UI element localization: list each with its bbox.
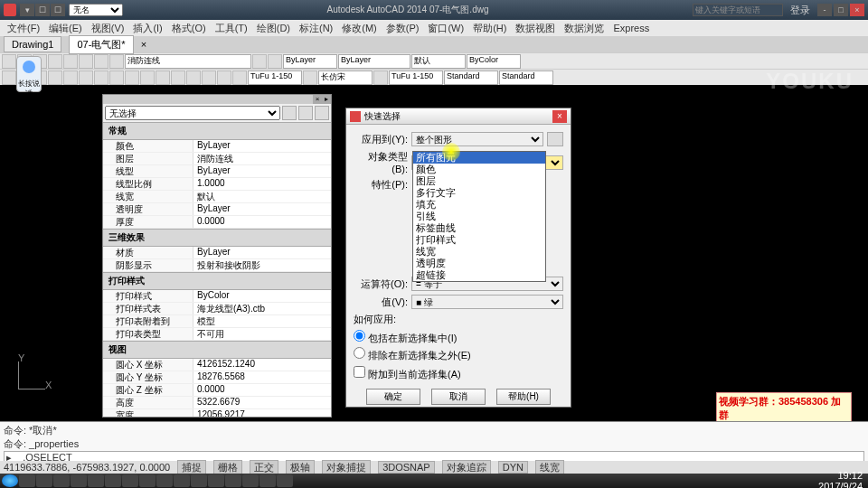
tab-close-icon[interactable]: × [141, 39, 146, 50]
palette-pin-icon[interactable]: ▸ [322, 95, 331, 104]
menu-express[interactable]: Express [609, 23, 653, 33]
prop-row[interactable]: 材质ByLayer [103, 247, 331, 259]
toolbar-button[interactable] [48, 70, 62, 85]
prop-row[interactable]: 打印样式表海龙线型(A3).ctb [103, 303, 331, 315]
prop-section-header[interactable]: 打印样式 [103, 272, 331, 290]
dropdown-item[interactable]: 图层 [413, 175, 545, 187]
toolbar-button[interactable] [140, 70, 155, 85]
voice-input[interactable]: 长按说话 [16, 56, 42, 92]
prop-value[interactable]: 消防连线 [193, 153, 331, 164]
prop-row[interactable]: 圆心 X 坐标4126152.1240 [103, 359, 331, 371]
toolbar-button[interactable] [268, 54, 282, 69]
start-button[interactable] [2, 474, 18, 487]
status-toggle[interactable]: 线宽 [535, 460, 564, 475]
doc-tab[interactable]: Drawing1 [4, 36, 61, 52]
taskbar-icon[interactable] [277, 474, 293, 487]
taskbar-icon[interactable] [225, 474, 241, 487]
palette-close-icon[interactable]: × [313, 95, 322, 104]
qat-button[interactable]: ☐ [51, 4, 65, 16]
taskbar-icon[interactable] [208, 474, 224, 487]
prop-value[interactable]: 模型 [193, 315, 331, 327]
prop-value[interactable]: 1.0000 [193, 178, 331, 190]
lineweight-combo[interactable]: 默认 [411, 54, 466, 69]
status-toggle[interactable]: 对象追踪 [442, 460, 491, 475]
menu-help[interactable]: 帮助(H) [469, 22, 510, 35]
prop-value[interactable]: 12056.9217 [193, 409, 331, 417]
layer-combo[interactable]: 消防连线 [125, 54, 251, 69]
taskbar-icon[interactable] [88, 474, 104, 487]
status-toggle[interactable]: 栅格 [213, 460, 242, 475]
dimstyle-combo[interactable]: 长仿宋 [318, 70, 373, 85]
menu-format[interactable]: 格式(O) [168, 22, 210, 35]
font-combo[interactable]: TuFu 1-150 [248, 70, 302, 85]
taskbar-icon[interactable] [122, 474, 138, 487]
prop-value[interactable]: 5322.6679 [193, 397, 331, 408]
menu-draw[interactable]: 绘图(D) [253, 22, 294, 35]
toolbar-button[interactable] [125, 70, 139, 85]
prop-row[interactable]: 圆心 Z 坐标0.0000 [103, 384, 331, 397]
color-combo[interactable]: ByLayer [283, 54, 337, 69]
taskbar-icon[interactable] [259, 474, 276, 487]
taskbar-icon[interactable] [19, 474, 35, 487]
dropdown-item[interactable]: 标签曲线 [413, 222, 545, 234]
prop-value[interactable]: 海龙线型(A3).ctb [193, 303, 331, 314]
user-menu[interactable]: 登录 [790, 4, 810, 17]
toolbar-button[interactable] [217, 70, 231, 85]
standard-combo[interactable]: Standard [444, 70, 498, 85]
prop-value[interactable]: 投射和接收阴影 [193, 259, 331, 271]
prop-value[interactable]: 默认 [193, 191, 331, 202]
prop-row[interactable]: 线型ByLayer [103, 165, 331, 178]
prop-value[interactable]: ByLayer [193, 247, 331, 258]
prop-row[interactable]: 颜色ByLayer [103, 140, 331, 153]
toolbar-button[interactable] [94, 54, 108, 69]
taskbar-icon[interactable] [191, 474, 207, 487]
cancel-button[interactable]: 取消 [431, 389, 486, 405]
prop-value[interactable]: ByLayer [193, 165, 331, 177]
status-toggle[interactable]: 捕捉 [177, 460, 206, 475]
menu-insert[interactable]: 插入(I) [129, 22, 165, 35]
menu-edit[interactable]: 编辑(E) [45, 22, 86, 35]
command-line[interactable]: 命令: *取消* 命令: _properties ▸ _ .QSELECT [0, 421, 868, 461]
pickset-button[interactable] [298, 106, 313, 120]
toolbar-button[interactable] [109, 70, 124, 85]
qat-button[interactable]: ▾ [20, 4, 34, 16]
taskbar-icon[interactable] [36, 474, 52, 487]
dialog-close-icon[interactable]: × [552, 110, 567, 123]
toolbar-button[interactable] [171, 70, 185, 85]
prop-value[interactable]: 不可用 [193, 328, 331, 340]
prop-row[interactable]: 宽度12056.9217 [103, 409, 331, 417]
taskbar-icon[interactable] [139, 474, 156, 487]
standard-combo[interactable]: Standard [499, 70, 553, 85]
prop-row[interactable]: 打印表附着到模型 [103, 315, 331, 328]
system-clock[interactable]: 19:12 2017/9/24 [818, 470, 866, 488]
taskbar-icon[interactable] [156, 474, 173, 487]
help-button[interactable]: 帮助(H) [496, 389, 551, 405]
objtype-dropdown-list[interactable]: 所有图元 颜色 图层 多行文字 填充 引线 标签曲线 打印样式 线宽 透明度 超… [412, 151, 546, 282]
prop-row[interactable]: 打印表类型不可用 [103, 328, 331, 341]
menu-view[interactable]: 视图(V) [88, 22, 128, 35]
status-toggle[interactable]: 对象捕捉 [322, 460, 371, 475]
prop-value[interactable]: ByLayer [193, 203, 331, 215]
menu-databrowse[interactable]: 数据浏览 [561, 22, 608, 35]
prop-row[interactable]: 阴影显示投射和接收阴影 [103, 259, 331, 272]
close-button[interactable]: × [850, 4, 864, 16]
toolbar-button[interactable] [373, 70, 388, 85]
prop-row[interactable]: 透明度ByLayer [103, 203, 331, 216]
dropdown-item[interactable]: 引线 [413, 211, 545, 222]
menu-tools[interactable]: 工具(T) [212, 22, 251, 35]
prop-row[interactable]: 打印样式ByColor [103, 290, 331, 303]
status-toggle[interactable]: DYN [498, 461, 528, 474]
toolbar-button[interactable] [303, 70, 317, 85]
dropdown-item[interactable]: 超链接 [413, 269, 545, 281]
help-search[interactable]: 键入关键字或短语 [693, 4, 783, 16]
toolbar-button[interactable] [156, 70, 170, 85]
taskbar-icon[interactable] [174, 474, 190, 487]
dropdown-item[interactable]: 填充 [413, 199, 545, 211]
status-toggle[interactable]: 3DOSNAP [378, 461, 435, 474]
toolbar-button[interactable] [79, 54, 93, 69]
toolbar-button[interactable] [2, 54, 16, 69]
prop-row[interactable]: 厚度0.0000 [103, 216, 331, 229]
prop-row[interactable]: 圆心 Y 坐标18276.5568 [103, 371, 331, 384]
minimize-button[interactable]: - [817, 4, 832, 16]
taskbar-icon[interactable] [53, 474, 70, 487]
